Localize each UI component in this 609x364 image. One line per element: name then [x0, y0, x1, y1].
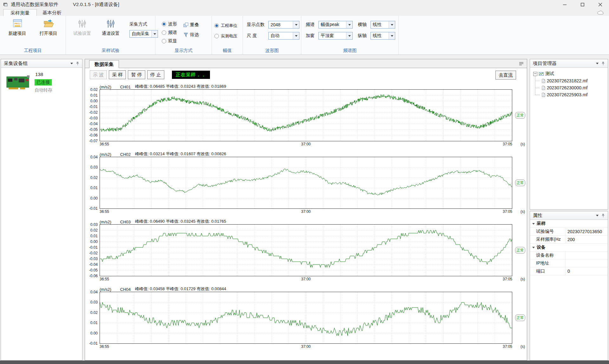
- chart-stats: 峰峰值: 0.03458 半峰值: 0.01729 有效值: 0.00844: [135, 286, 226, 292]
- xaxis-select[interactable]: 线性: [370, 21, 395, 29]
- remove-dc-button[interactable]: 去直流: [495, 71, 516, 80]
- waveform-plot[interactable]: [100, 292, 512, 344]
- yaxis-select[interactable]: 线性: [370, 32, 395, 40]
- group-sampling-test: 试验设置 通道设置 采集方式 自由采集 采样试验: [66, 16, 155, 54]
- chevron-down-icon: [532, 223, 535, 226]
- chevron-down-icon[interactable]: [346, 21, 352, 28]
- group-project: PROJ 新建项目 打开项目 工程项目: [0, 16, 66, 54]
- channel-status-badge: 正常: [515, 315, 525, 321]
- chevron-down-icon[interactable]: [389, 32, 395, 39]
- filter-button[interactable]: 筛选: [183, 32, 199, 38]
- pause-button[interactable]: 暂 停: [128, 70, 145, 79]
- properties-panel: 属性 采样 试验编号 20230727013650 采样频率(Hz 200 设备…: [530, 211, 608, 361]
- display-points-select[interactable]: 2048: [268, 21, 299, 29]
- prop-section-device[interactable]: 设备: [530, 244, 608, 252]
- radio-engineering-unit[interactable]: 工程单位: [214, 23, 243, 29]
- chevron-down-icon[interactable]: [346, 32, 352, 39]
- radio-dual[interactable]: 双显: [162, 38, 177, 44]
- pin-icon[interactable]: [75, 61, 80, 66]
- collapse-icon[interactable]: [533, 72, 537, 76]
- x-axis-labels: 36:5537:0037:05 (s): [100, 142, 512, 147]
- window-label: 加窗: [306, 33, 317, 39]
- group-spectrum-chart: 频谱 幅值peak 加窗 平顶窗 横轴 线性: [301, 16, 399, 54]
- channel-status-badge: 正常: [515, 180, 525, 186]
- project-tree: 测试 20230726231822.mf 20230726230000.mf 2…: [530, 68, 608, 98]
- sample-button[interactable]: 采 样: [109, 70, 126, 79]
- group-display-mode: 波形 频谱 双显 重叠 筛选 显示方式: [155, 16, 212, 54]
- radio-waveform[interactable]: 波形: [162, 21, 177, 27]
- file-icon: [542, 79, 545, 83]
- chart-stats: 峰峰值: 0.06490 半峰值: 0.03245 有效值: 0.01765: [135, 219, 226, 224]
- tree-node-file[interactable]: 20230726225903.mf: [542, 91, 606, 98]
- waveform-plot[interactable]: [100, 157, 512, 209]
- overlay-button[interactable]: 重叠: [183, 22, 199, 28]
- file-icon: [542, 93, 545, 97]
- chevron-down-icon[interactable]: [293, 32, 299, 39]
- window-version: V2.0.1.5 - [8通道设备]: [73, 2, 119, 8]
- tab-data-acquisition[interactable]: 数据采集: [89, 60, 119, 68]
- minimize-button[interactable]: [556, 0, 573, 9]
- cloud-icon[interactable]: [597, 10, 605, 16]
- filter-icon: [183, 32, 188, 37]
- charts-area: (m/s2) CH01 峰峰值: 0.06485 半峰值: 0.03243 有效…: [85, 81, 527, 349]
- close-button[interactable]: [591, 0, 609, 9]
- chart-channel: CH01: [120, 85, 131, 89]
- device-group-panel: 采集设备组 138 已连接 自动转存: [1, 59, 82, 361]
- sampling-status-badge: 正在采样．．: [172, 71, 210, 79]
- chart-unit: (m/s2): [100, 152, 111, 157]
- radio-spectrum[interactable]: 频谱: [162, 30, 177, 35]
- ribbon-tabrow: 采样测量 基本分析: [0, 9, 609, 16]
- waveform-plot[interactable]: [100, 89, 512, 141]
- oscilloscope-button[interactable]: 示 波: [90, 70, 107, 79]
- chevron-down-icon[interactable]: [69, 61, 75, 66]
- pin-icon[interactable]: [600, 213, 606, 218]
- scale-select[interactable]: 自动: [268, 32, 299, 40]
- chart-ch01: (m/s2) CH01 峰峰值: 0.06485 半峰值: 0.03243 有效…: [85, 83, 527, 147]
- scale-label: 尺 度: [247, 33, 266, 39]
- pin-icon[interactable]: [600, 61, 606, 66]
- y-axis-labels: 0.040.030.020.010.00-0.01: [85, 157, 99, 209]
- waveform-plot[interactable]: [100, 224, 512, 276]
- device-item[interactable]: 138 已连接 自动转存: [1, 68, 82, 103]
- chevron-down-icon[interactable]: [594, 213, 600, 218]
- project-icon: [539, 72, 544, 76]
- spectrum-label: 频谱: [306, 22, 317, 28]
- tab-basic-analysis[interactable]: 基本分析: [36, 9, 69, 16]
- chevron-down-icon[interactable]: [594, 61, 600, 66]
- chart-ch03: (m/s2) CH03 峰峰值: 0.06490 半峰值: 0.03245 有效…: [85, 218, 527, 282]
- chart-stats: 峰峰值: 0.03214 半峰值: 0.01607 有效值: 0.00826: [135, 151, 226, 157]
- chevron-down-icon[interactable]: [293, 21, 299, 28]
- panel-menu-icon[interactable]: [519, 61, 524, 67]
- tab-sampling-measure[interactable]: 采样测量: [3, 9, 37, 16]
- tree-node-root[interactable]: 测试: [533, 70, 606, 77]
- prop-row-sample-rate: 采样频率(Hz 200: [530, 236, 608, 244]
- chart-ch02: (m/s2) CH02 峰峰值: 0.03214 半峰值: 0.01607 有效…: [85, 150, 527, 214]
- maximize-button[interactable]: [573, 0, 591, 9]
- prop-row-port: 端口 0: [530, 267, 608, 275]
- chart-unit: (m/s2): [100, 220, 111, 224]
- y-axis-labels: 0.040.030.020.010.00-0.01: [85, 292, 99, 344]
- prop-section-sampling[interactable]: 采样: [530, 220, 608, 228]
- y-axis-labels: 0.020.010.00-0.01-0.02-0.03-0.04-0.05-0.…: [85, 89, 99, 141]
- tree-node-file[interactable]: 20230726230000.mf: [542, 84, 606, 91]
- spectrum-type-select[interactable]: 幅值peak: [318, 21, 353, 29]
- window-select[interactable]: 平顶窗: [318, 32, 353, 40]
- chevron-down-icon: [532, 247, 535, 250]
- device-id: 138: [35, 72, 43, 77]
- tree-node-file[interactable]: 20230726231822.mf: [542, 77, 606, 84]
- radio-measured-voltage[interactable]: 实测电压: [214, 33, 243, 39]
- properties-title: 属性: [533, 213, 542, 219]
- group-amplitude: 工程单位 实测电压 幅值: [212, 16, 243, 54]
- acquire-mode-select[interactable]: 自由采集: [129, 30, 158, 38]
- yaxis-label: 纵轴: [358, 33, 369, 39]
- chart-channel: CH02: [120, 152, 131, 157]
- chart-channel: CH04: [120, 287, 131, 292]
- group-waveform-chart: 显示点数 2048 尺 度 自动 波形图: [243, 16, 301, 54]
- x-axis-labels: 36:5537:0037:05 (s): [100, 277, 512, 282]
- chevron-down-icon[interactable]: [389, 21, 395, 28]
- prop-row-test-id: 试验编号 20230727013650: [530, 228, 608, 236]
- data-acquisition-panel: 数据采集 示 波 采 样 暂 停 停 止 正在采样．． 去直流 (m/s2) C…: [85, 59, 527, 361]
- open-project-icon: [43, 18, 54, 29]
- overlay-icon: [183, 22, 188, 28]
- stop-button[interactable]: 停 止: [147, 70, 164, 79]
